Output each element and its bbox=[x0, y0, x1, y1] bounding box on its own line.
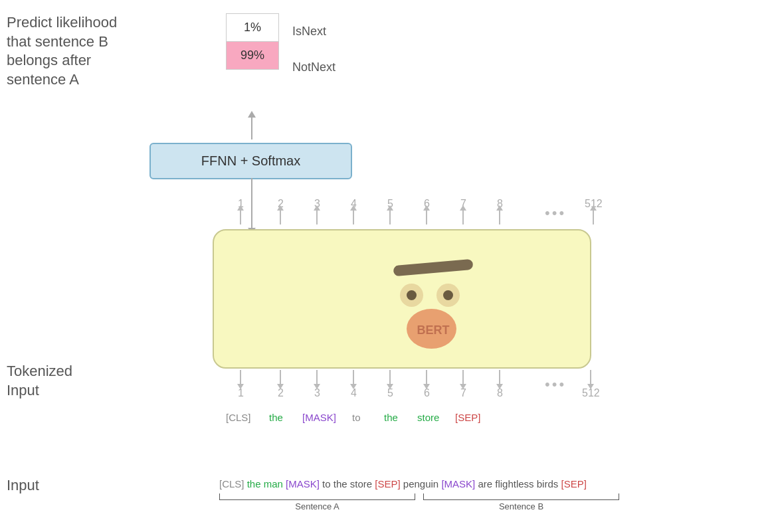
num-above-4: 4 bbox=[351, 198, 357, 224]
sentence-a-label: Sentence A bbox=[219, 501, 415, 511]
dots-above: ••• bbox=[545, 205, 566, 222]
bert-text: BERT bbox=[387, 323, 480, 337]
num-above-1: 1 bbox=[238, 198, 244, 224]
sentence-b-bracket: Sentence B bbox=[423, 493, 619, 511]
input-sep2: [SEP] bbox=[561, 478, 586, 489]
token-to: to bbox=[352, 412, 361, 423]
num-below-4: 4 bbox=[351, 370, 357, 399]
num-above-6: 6 bbox=[424, 198, 430, 224]
token-the2: the bbox=[384, 412, 398, 423]
input-cls: [CLS] bbox=[219, 478, 247, 489]
right-pupil bbox=[443, 290, 453, 300]
num-below-6: 6 bbox=[424, 370, 430, 399]
input-mask1: [MASK] bbox=[286, 478, 322, 489]
notnext-label: NotNext bbox=[286, 49, 336, 85]
ffnn-box: FFNN + Softmax bbox=[149, 143, 352, 179]
bert-box: BERT bbox=[213, 229, 591, 369]
num-above-3: 3 bbox=[314, 198, 320, 224]
ffnn-label: FFNN + Softmax bbox=[201, 153, 300, 169]
input-the-man: the man bbox=[247, 478, 286, 489]
token-sep: [SEP] bbox=[455, 412, 480, 423]
output-labels: IsNext NotNext bbox=[286, 13, 336, 85]
input-penguin: penguin bbox=[403, 478, 442, 489]
output-boxes: 1% 99% bbox=[226, 13, 279, 70]
num-below-8: 8 bbox=[497, 370, 503, 399]
token-store: store bbox=[417, 412, 439, 423]
sentence-b-label: Sentence B bbox=[423, 501, 619, 511]
left-eye bbox=[400, 284, 423, 307]
left-pupil bbox=[407, 290, 417, 300]
input-sep1: [SEP] bbox=[375, 478, 403, 489]
input-label: Input bbox=[7, 477, 39, 494]
input-mask2: [MASK] bbox=[441, 478, 478, 489]
num-above-8: 8 bbox=[497, 198, 503, 224]
bert-face: BERT bbox=[387, 250, 480, 343]
num-above-512: 512 bbox=[585, 198, 603, 224]
num-above-7: 7 bbox=[460, 198, 466, 224]
input-to: to the store bbox=[322, 478, 375, 489]
num-below-1: 1 bbox=[238, 370, 244, 399]
num-below-5: 5 bbox=[387, 370, 393, 399]
input-are: are flightless birds bbox=[478, 478, 561, 489]
notnext-box: 99% bbox=[226, 41, 279, 70]
num-below-512: 512 bbox=[582, 370, 600, 399]
input-sentence: [CLS] the man [MASK] to the store [SEP] … bbox=[219, 478, 587, 489]
isnext-box: 1% bbox=[226, 13, 279, 41]
isnext-label: IsNext bbox=[286, 13, 336, 49]
num-above-2: 2 bbox=[278, 198, 284, 224]
num-below-7: 7 bbox=[460, 370, 466, 399]
notnext-pct: 99% bbox=[241, 48, 264, 62]
arrow-ffnn-to-output bbox=[251, 116, 252, 139]
token-mask1: [MASK] bbox=[302, 412, 336, 423]
eyes bbox=[400, 284, 460, 307]
sentence-a-bracket: Sentence A bbox=[219, 493, 415, 511]
isnext-pct: 1% bbox=[244, 21, 261, 34]
diagram-container: Predict likelihood that sentence B belon… bbox=[0, 0, 774, 532]
dots-below: ••• bbox=[545, 376, 566, 393]
token-the1: the bbox=[269, 412, 283, 423]
token-cls: [CLS] bbox=[226, 412, 251, 423]
num-above-5: 5 bbox=[387, 198, 393, 224]
num-below-2: 2 bbox=[278, 370, 284, 399]
eyebrow bbox=[393, 259, 474, 276]
predict-label: Predict likelihood that sentence B belon… bbox=[7, 13, 120, 89]
tokenized-label: TokenizedInput bbox=[7, 362, 86, 400]
right-eye bbox=[436, 284, 460, 307]
arrow-bert-to-ffnn bbox=[251, 178, 252, 229]
num-below-3: 3 bbox=[314, 370, 320, 399]
